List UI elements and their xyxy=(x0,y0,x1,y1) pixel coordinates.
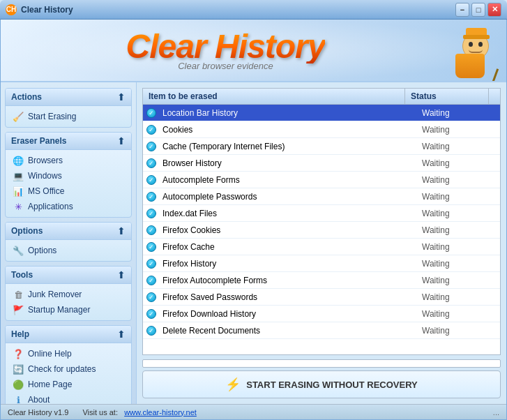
collapse-icon-help: ⬆ xyxy=(117,329,126,340)
row-checkbox[interactable]: ✓ xyxy=(143,158,160,168)
table-row[interactable]: ✓ Firefox Download History Waiting xyxy=(143,306,500,322)
row-status: Waiting xyxy=(416,273,500,287)
row-checkbox[interactable]: ✓ xyxy=(143,108,160,118)
close-button[interactable]: ✕ xyxy=(487,3,501,17)
apps-icon: ✳ xyxy=(13,201,24,212)
title-bar: CH Clear History − □ ✕ xyxy=(0,0,507,20)
row-checkbox[interactable]: ✓ xyxy=(143,242,160,252)
table-row[interactable]: ✓ Autocomplete Forms Waiting xyxy=(143,172,500,188)
mascot-smile xyxy=(469,50,483,53)
row-item-name: Autocomplete Forms xyxy=(160,173,416,187)
table-row[interactable]: ✓ Firefox Autocomplete Forms Waiting xyxy=(143,272,500,289)
header-logo: Clear History Clear browser evidence xyxy=(11,30,440,71)
row-checkbox[interactable]: ✓ xyxy=(143,225,160,235)
row-checkbox[interactable]: ✓ xyxy=(143,175,160,185)
logo-text: Clear History xyxy=(126,30,326,63)
table-row[interactable]: ✓ Delete Recent Documents Waiting xyxy=(143,322,500,339)
main-window: Clear History Clear browser evidence xyxy=(0,20,507,420)
mascot-torso xyxy=(455,54,485,78)
help-icon: ❓ xyxy=(13,348,24,359)
table-row[interactable]: ✓ Location Bar History Waiting xyxy=(143,105,500,121)
row-item-name: Firefox Download History xyxy=(160,307,416,321)
table-row[interactable]: ✓ Autocomplete Passwords Waiting xyxy=(143,188,500,205)
row-item-name: Autocomplete Passwords xyxy=(160,190,416,204)
sidebar-item-home-page[interactable]: 🟢Home Page xyxy=(7,377,130,392)
eraser-icon: 🧹 xyxy=(13,111,24,122)
mascot-eye-left xyxy=(469,42,473,47)
sidebar-item-browsers[interactable]: 🌐Browsers xyxy=(7,153,130,168)
check-circle: ✓ xyxy=(146,192,156,202)
table-row[interactable]: ✓ Browser History Waiting xyxy=(143,155,500,172)
sidebar-item-ms-office[interactable]: 📊MS Office xyxy=(7,183,130,199)
sidebar-item-startup-manager[interactable]: 🚩Startup Manager xyxy=(7,302,130,317)
table-body[interactable]: ✓ Location Bar History Waiting ✓ Cookies… xyxy=(143,105,500,354)
startup-icon: 🚩 xyxy=(13,304,24,315)
check-circle: ✓ xyxy=(146,242,156,252)
table-row[interactable]: ✓ Firefox Cookies Waiting xyxy=(143,222,500,239)
sidebar-section-actions: Actions⬆🧹Start Erasing xyxy=(5,88,132,128)
col-item-header: Item to be erased xyxy=(143,89,405,104)
row-status: Waiting xyxy=(416,240,500,254)
row-item-name: Firefox Cookies xyxy=(160,223,416,237)
sidebar-item-label-startup-manager: Startup Manager xyxy=(28,305,90,315)
sidebar-item-online-help[interactable]: ❓Online Help xyxy=(7,346,130,361)
mascot-broom xyxy=(483,68,499,82)
mascot-eye-right xyxy=(478,42,483,47)
sidebar-section-header-options[interactable]: Options⬆ xyxy=(6,223,131,240)
row-checkbox[interactable]: ✓ xyxy=(143,125,160,135)
ms-icon: 📊 xyxy=(13,186,24,197)
minimize-button[interactable]: − xyxy=(455,3,469,17)
check-circle: ✓ xyxy=(146,276,156,285)
row-checkbox[interactable]: ✓ xyxy=(143,209,160,218)
sidebar-section-header-help[interactable]: Help⬆ xyxy=(6,326,131,343)
row-item-name: Delete Recent Documents xyxy=(160,324,416,338)
sidebar-section-options: Options⬆🔧Options xyxy=(5,222,132,262)
row-checkbox[interactable]: ✓ xyxy=(143,326,160,336)
progress-bar xyxy=(142,359,501,368)
row-item-name: Index.dat Files xyxy=(160,207,416,220)
maximize-button[interactable]: □ xyxy=(471,3,485,17)
row-status: Waiting xyxy=(416,173,500,187)
website-link[interactable]: www.clear-history.net xyxy=(124,408,197,417)
table-row[interactable]: ✓ Cache (Temporary Internet Files) Waiti… xyxy=(143,138,500,155)
table-row[interactable]: ✓ Cookies Waiting xyxy=(143,121,500,138)
start-erasing-button[interactable]: ⚡ START ERASING WITHOUT RECOVERY xyxy=(142,370,501,398)
eraser-table: Item to be erased Status ✓ Location Bar … xyxy=(142,88,501,355)
sidebar-item-applications[interactable]: ✳Applications xyxy=(7,199,130,214)
sidebar-item-label-check-updates: Check for updates xyxy=(28,364,96,374)
update-icon: 🔄 xyxy=(13,363,24,375)
sidebar-item-label-options: Options xyxy=(28,246,56,255)
check-circle: ✓ xyxy=(146,125,156,135)
sidebar-item-label-online-help: Online Help xyxy=(28,349,72,359)
sidebar-item-start-erasing[interactable]: 🧹Start Erasing xyxy=(7,109,130,124)
sidebar-item-junk-remover[interactable]: 🗑Junk Remover xyxy=(7,287,130,302)
table-row[interactable]: ✓ Firefox Cache Waiting xyxy=(143,239,500,255)
row-checkbox[interactable]: ✓ xyxy=(143,192,160,202)
row-checkbox[interactable]: ✓ xyxy=(143,276,160,285)
check-circle: ✓ xyxy=(146,225,156,235)
sidebar-section-header-actions[interactable]: Actions⬆ xyxy=(6,89,131,106)
sidebar-item-windows[interactable]: 💻Windows xyxy=(7,168,130,183)
table-row[interactable]: ✓ Firefox History Waiting xyxy=(143,255,500,272)
sidebar-item-options[interactable]: 🔧Options xyxy=(7,243,130,258)
table-row[interactable]: ✓ Firefox Saved Passwords Waiting xyxy=(143,289,500,306)
sidebar-section-header-tools[interactable]: Tools⬆ xyxy=(6,267,131,284)
row-checkbox[interactable]: ✓ xyxy=(143,309,160,319)
row-checkbox[interactable]: ✓ xyxy=(143,142,160,151)
sidebar-item-about[interactable]: ℹAbout xyxy=(7,392,130,404)
row-checkbox[interactable]: ✓ xyxy=(143,259,160,269)
row-item-name: Cache (Temporary Internet Files) xyxy=(160,140,416,153)
collapse-icon-options: ⬆ xyxy=(117,225,126,237)
row-status: Waiting xyxy=(416,156,500,170)
row-item-name: Firefox History xyxy=(160,257,416,271)
sidebar-item-check-updates[interactable]: 🔄Check for updates xyxy=(7,361,130,377)
row-status: Waiting xyxy=(416,290,500,304)
row-checkbox[interactable]: ✓ xyxy=(143,292,160,302)
sidebar-section-title-help: Help xyxy=(11,329,29,339)
sidebar-section-header-eraser-panels[interactable]: Eraser Panels⬆ xyxy=(6,133,131,150)
table-row[interactable]: ✓ Index.dat Files Waiting xyxy=(143,205,500,222)
col-scrollbar-spacer xyxy=(489,89,500,104)
check-circle: ✓ xyxy=(146,158,156,168)
status-dots: ... xyxy=(211,408,499,417)
lightning-icon: ⚡ xyxy=(225,377,241,392)
